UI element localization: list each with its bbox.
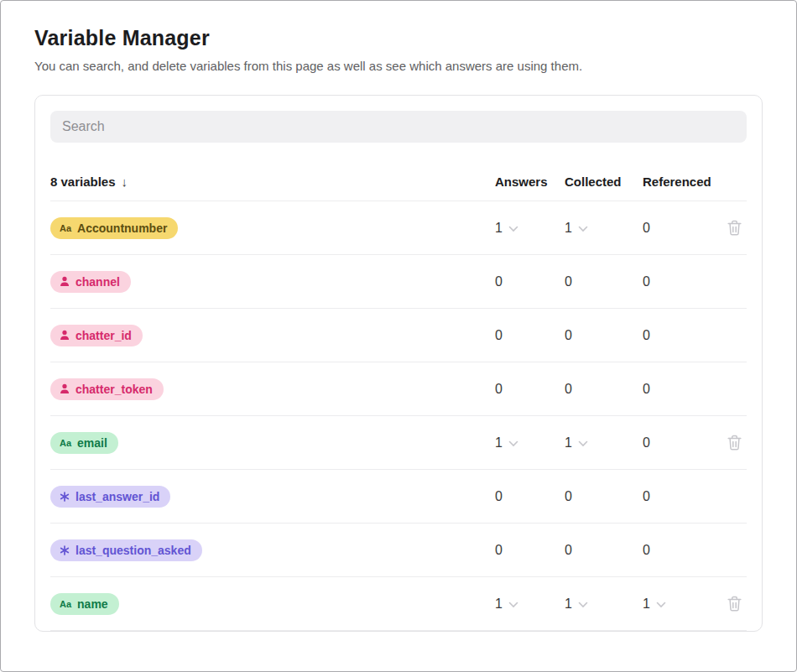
answers-count: 0	[495, 274, 503, 289]
row-actions	[718, 220, 747, 236]
variables-card: 8 variables ↓ Answers Collected Referenc…	[34, 95, 763, 632]
collected-cell[interactable]: 1	[565, 596, 643, 612]
referenced-count: 0	[643, 543, 650, 558]
variable-pill[interactable]: channel	[50, 271, 131, 293]
variable-name: name	[77, 597, 108, 611]
answers-cell: 0	[495, 489, 565, 504]
referenced-cell: 0	[643, 489, 718, 504]
chevron-down-icon	[578, 226, 588, 232]
answers-count: 0	[495, 382, 503, 397]
referenced-count: 0	[643, 382, 650, 397]
person-icon	[60, 383, 70, 394]
variable-name-cell: chatter_id	[50, 325, 495, 346]
collected-count: 0	[565, 328, 572, 343]
collected-cell: 0	[565, 489, 643, 504]
variable-name: email	[77, 436, 107, 450]
chevron-down-icon	[656, 602, 666, 608]
variable-count-label: 8 variables	[50, 175, 116, 189]
table-row: chatter_token000	[50, 362, 747, 416]
variable-name-cell: channel	[50, 271, 495, 293]
person-icon	[60, 330, 70, 341]
variable-pill[interactable]: Aaemail	[50, 432, 118, 454]
variable-pill[interactable]: AaAccountnumber	[50, 217, 178, 239]
variable-name-cell: Aaname	[50, 593, 495, 615]
referenced-cell: 0	[643, 274, 718, 289]
variable-name-cell: chatter_token	[50, 378, 495, 400]
chevron-down-icon	[508, 602, 518, 608]
collected-count: 0	[565, 382, 572, 397]
collected-count: 1	[565, 435, 572, 451]
referenced-count: 1	[643, 596, 650, 612]
table-row: channel000	[50, 255, 747, 309]
trash-icon[interactable]	[727, 220, 742, 236]
answers-count: 0	[495, 328, 503, 343]
person-icon	[60, 276, 70, 287]
page-title: Variable Manager	[34, 26, 763, 50]
answers-cell[interactable]: 1	[495, 221, 565, 236]
column-header-referenced: Referenced	[643, 175, 718, 189]
collected-cell: 0	[565, 382, 643, 397]
column-header-collected: Collected	[565, 175, 643, 189]
variable-name: Accountnumber	[77, 221, 167, 235]
variable-name: last_answer_id	[76, 490, 159, 503]
answers-count: 1	[495, 435, 503, 451]
row-actions	[718, 596, 747, 612]
referenced-count: 0	[643, 274, 650, 289]
trash-icon[interactable]	[727, 596, 742, 612]
referenced-count: 0	[643, 489, 650, 504]
chevron-down-icon	[578, 440, 588, 447]
answers-cell[interactable]: 1	[495, 435, 565, 451]
referenced-cell: 0	[643, 435, 718, 451]
answers-cell: 0	[495, 382, 565, 397]
table-row: chatter_id000	[50, 309, 747, 362]
collected-cell: 0	[565, 328, 643, 343]
variable-pill[interactable]: chatter_id	[50, 325, 143, 346]
search-input[interactable]	[50, 111, 747, 143]
answers-count: 1	[495, 596, 503, 612]
text-type-icon: Aa	[60, 223, 71, 233]
variable-pill[interactable]: last_answer_id	[50, 486, 170, 508]
variable-pill[interactable]: last_question_asked	[50, 539, 202, 561]
referenced-cell: 0	[643, 543, 718, 558]
referenced-cell: 0	[643, 382, 718, 397]
variable-name: channel	[76, 275, 120, 289]
variable-pill[interactable]: chatter_token	[50, 378, 164, 400]
answers-cell: 0	[495, 543, 565, 558]
answers-cell[interactable]: 1	[495, 596, 565, 612]
variable-count-sort[interactable]: 8 variables ↓	[50, 175, 495, 189]
referenced-count: 0	[643, 435, 650, 451]
sort-descending-icon: ↓	[122, 175, 128, 189]
text-type-icon: Aa	[60, 438, 71, 448]
collected-cell: 0	[565, 274, 643, 289]
variable-pill[interactable]: Aaname	[50, 593, 119, 615]
variable-manager-page: Variable Manager You can search, and del…	[1, 1, 796, 632]
referenced-cell: 0	[643, 328, 718, 343]
table-row: Aaname111	[50, 577, 747, 631]
collected-cell: 0	[565, 543, 643, 558]
answers-count: 1	[495, 221, 503, 236]
page-subtitle: You can search, and delete variables fro…	[34, 59, 763, 73]
referenced-cell[interactable]: 1	[643, 596, 718, 612]
answers-count: 0	[495, 489, 503, 504]
asterisk-icon	[60, 545, 70, 555]
column-header-answers: Answers	[495, 175, 565, 189]
answers-cell: 0	[495, 328, 565, 343]
collected-cell[interactable]: 1	[565, 221, 643, 236]
table-row: Aaemail110	[50, 416, 747, 470]
variable-name-cell: last_answer_id	[50, 486, 495, 508]
trash-icon[interactable]	[727, 435, 742, 451]
collected-count: 0	[565, 489, 572, 504]
chevron-down-icon	[578, 602, 588, 608]
referenced-count: 0	[643, 328, 650, 343]
collected-count: 0	[565, 543, 572, 558]
variable-name: last_question_asked	[76, 544, 191, 557]
variable-rows: AaAccountnumber110channel000chatter_id00…	[50, 201, 747, 631]
variable-name-cell: Aaemail	[50, 432, 495, 454]
row-actions	[718, 435, 747, 451]
chevron-down-icon	[508, 440, 518, 447]
collected-cell[interactable]: 1	[565, 435, 643, 451]
table-row: last_question_asked000	[50, 524, 747, 577]
answers-cell: 0	[495, 274, 565, 289]
answers-count: 0	[495, 543, 503, 558]
variable-name-cell: AaAccountnumber	[50, 217, 495, 239]
